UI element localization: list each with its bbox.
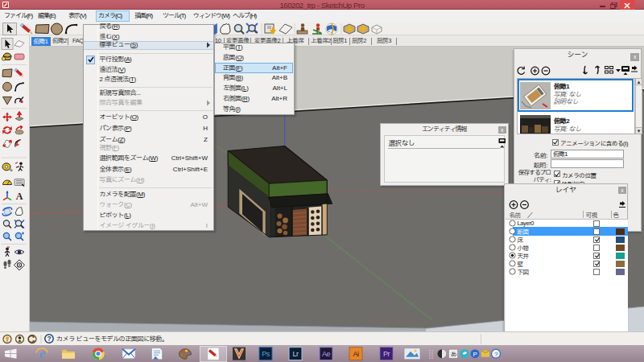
svg-text:Ae: Ae [322, 350, 331, 358]
svg-text:あ: あ [450, 350, 456, 357]
svg-text:Ps: Ps [262, 350, 270, 358]
svg-text:?: ? [47, 335, 52, 343]
svg-text:Pr: Pr [383, 350, 390, 358]
svg-text:P: P [473, 350, 477, 357]
svg-text:A: A [16, 191, 23, 202]
svg-text:Ai: Ai [353, 350, 359, 358]
svg-text:Lr: Lr [292, 350, 299, 358]
